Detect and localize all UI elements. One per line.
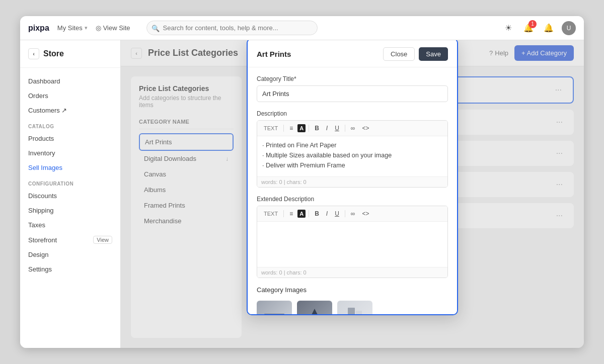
ext-toolbar-bold-btn[interactable]: B bbox=[312, 209, 322, 218]
toolbar-bold-btn[interactable]: B bbox=[312, 124, 322, 133]
category-image-1[interactable] bbox=[257, 301, 292, 315]
toolbar-divider-3 bbox=[345, 125, 345, 132]
category-title-input[interactable] bbox=[257, 85, 448, 102]
svg-marker-1 bbox=[308, 309, 322, 315]
search-icon: 🔍 bbox=[152, 24, 160, 32]
toolbar-color-btn[interactable]: A bbox=[297, 124, 306, 132]
sidebar-item-sell-images[interactable]: Sell Images bbox=[20, 160, 120, 175]
toolbar-underline-btn[interactable]: U bbox=[332, 124, 342, 133]
extended-chars-count: chars: 0 bbox=[287, 269, 307, 276]
modal-title: Art Prints bbox=[257, 50, 291, 58]
view-badge: View bbox=[93, 236, 112, 244]
description-line-2: · Multiple Sizes available based on your… bbox=[262, 150, 442, 160]
toolbar-align-btn[interactable]: ≡ bbox=[287, 124, 295, 133]
sidebar-item-customers[interactable]: Customers ↗ bbox=[20, 103, 120, 118]
sidebar-item-inventory[interactable]: Inventory bbox=[20, 146, 120, 160]
description-line-3: · Deliver with Premium Frame bbox=[262, 160, 442, 170]
description-words-count: words: 0 bbox=[261, 179, 282, 185]
extended-content[interactable] bbox=[257, 222, 447, 267]
category-title-field: Category Title* bbox=[257, 75, 448, 102]
category-image-3[interactable] bbox=[337, 301, 372, 315]
sidebar-item-design[interactable]: Design bbox=[20, 247, 120, 262]
theme-icon[interactable]: ☀ bbox=[501, 21, 515, 35]
extended-description-field: Extended Description TEXT ≡ A B I bbox=[257, 196, 448, 278]
sidebar-item-settings[interactable]: Settings bbox=[20, 262, 120, 277]
toolbar-link-btn[interactable]: ∞ bbox=[348, 124, 358, 133]
category-images-row bbox=[257, 299, 448, 315]
alerts-icon[interactable]: 🔔 bbox=[542, 21, 556, 35]
description-field: Description TEXT ≡ A B I bbox=[257, 110, 448, 188]
my-sites-chevron: ▾ bbox=[85, 25, 88, 31]
modal: Art Prints Close Save Category Title* bbox=[247, 40, 458, 315]
ext-toolbar-color-btn[interactable]: A bbox=[297, 210, 306, 218]
sidebar-item-taxes[interactable]: Taxes bbox=[20, 218, 120, 232]
description-label: Description bbox=[257, 110, 448, 117]
category-title-label: Category Title* bbox=[257, 75, 448, 82]
category-image-2[interactable] bbox=[297, 301, 332, 315]
toolbar-divider-2 bbox=[309, 125, 309, 132]
notification-badge: 1 bbox=[528, 20, 537, 28]
search-input[interactable] bbox=[146, 21, 318, 35]
ext-toolbar-divider-2 bbox=[309, 210, 309, 217]
modal-overlay: Art Prints Close Save Category Title* bbox=[121, 40, 584, 348]
ext-toolbar-underline-btn[interactable]: U bbox=[332, 209, 342, 218]
view-site-link[interactable]: ◎ View Site bbox=[96, 24, 130, 32]
ext-toolbar-divider-1 bbox=[283, 210, 284, 217]
toolbar-italic-btn[interactable]: I bbox=[324, 124, 330, 133]
configuration-section-label: CONFIGURATION bbox=[20, 175, 120, 189]
ext-toolbar-divider-3 bbox=[345, 210, 345, 217]
extended-description-editor: TEXT ≡ A B I U ∞ bbox=[257, 206, 448, 278]
modal-body: Category Title* Description TEXT ≡ bbox=[248, 67, 457, 315]
category-images-label: Category Images bbox=[257, 286, 448, 294]
modal-header-buttons: Close Save bbox=[383, 47, 448, 61]
ext-toolbar-text-btn[interactable]: TEXT bbox=[261, 210, 280, 218]
description-editor: TEXT ≡ A B I U ∞ bbox=[257, 120, 448, 188]
ext-toolbar-italic-btn[interactable]: I bbox=[324, 209, 330, 218]
description-chars-count: chars: 0 bbox=[287, 179, 307, 185]
modal-header: Art Prints Close Save bbox=[248, 40, 457, 67]
description-line-1: · Printed on Fine Art Paper bbox=[262, 140, 442, 150]
description-footer: words: 0 | chars: 0 bbox=[257, 176, 447, 187]
search-bar[interactable]: 🔍 bbox=[146, 21, 318, 35]
svg-rect-0 bbox=[264, 314, 284, 315]
avatar-label: U bbox=[567, 25, 571, 32]
catalog-section-label: CATALOG bbox=[20, 118, 120, 131]
view-site-label: View Site bbox=[103, 24, 130, 32]
sidebar-item-shipping[interactable]: Shipping bbox=[20, 203, 120, 218]
avatar[interactable]: U bbox=[562, 21, 576, 35]
sidebar-item-storefront[interactable]: Storefront View bbox=[20, 232, 120, 247]
description-content[interactable]: · Printed on Fine Art Paper · Multiple S… bbox=[257, 136, 447, 176]
my-sites-nav[interactable]: My Sites ▾ bbox=[57, 24, 88, 32]
extended-words-count: words: 0 bbox=[261, 269, 282, 276]
ext-toolbar-align-btn[interactable]: ≡ bbox=[287, 209, 295, 218]
sidebar-item-products[interactable]: Products bbox=[20, 131, 120, 146]
content-area: ‹ Price List Categories ? Help + Add Cat… bbox=[121, 40, 584, 348]
toolbar-code-btn[interactable]: <> bbox=[359, 124, 371, 133]
sidebar-item-orders[interactable]: Orders bbox=[20, 88, 120, 103]
ext-toolbar-code-btn[interactable]: <> bbox=[359, 209, 371, 218]
svg-rect-3 bbox=[356, 311, 362, 315]
my-sites-label: My Sites bbox=[57, 24, 83, 32]
sidebar-back-btn[interactable]: ‹ bbox=[28, 48, 39, 59]
notification-bell[interactable]: 🔔 1 bbox=[521, 21, 536, 35]
modal-close-button[interactable]: Close bbox=[383, 47, 415, 61]
top-bar-actions: ☀ 🔔 1 🔔 U bbox=[501, 21, 576, 35]
category-images-field: Category Images bbox=[257, 286, 448, 315]
main-layout: ‹ Store Dashboard Orders Customers ↗ CAT… bbox=[20, 40, 584, 348]
sidebar-item-discounts[interactable]: Discounts bbox=[20, 189, 120, 203]
description-toolbar: TEXT ≡ A B I U ∞ bbox=[257, 121, 447, 136]
sidebar-title: Store bbox=[43, 49, 64, 58]
toolbar-divider-1 bbox=[283, 125, 284, 132]
modal-save-button[interactable]: Save bbox=[419, 47, 448, 61]
top-bar: pixpa My Sites ▾ ◎ View Site 🔍 ☀ 🔔 1 🔔 U bbox=[20, 16, 584, 40]
sidebar: ‹ Store Dashboard Orders Customers ↗ CAT… bbox=[20, 40, 121, 348]
extended-footer: words: 0 | chars: 0 bbox=[257, 267, 447, 278]
view-site-icon: ◎ bbox=[96, 24, 101, 32]
svg-rect-2 bbox=[348, 308, 355, 315]
ext-toolbar-link-btn[interactable]: ∞ bbox=[348, 209, 358, 218]
logo[interactable]: pixpa bbox=[28, 24, 49, 33]
sidebar-item-dashboard[interactable]: Dashboard bbox=[20, 74, 120, 88]
extended-description-label: Extended Description bbox=[257, 196, 448, 203]
toolbar-text-btn[interactable]: TEXT bbox=[261, 124, 280, 132]
sidebar-header: ‹ Store bbox=[20, 48, 120, 68]
